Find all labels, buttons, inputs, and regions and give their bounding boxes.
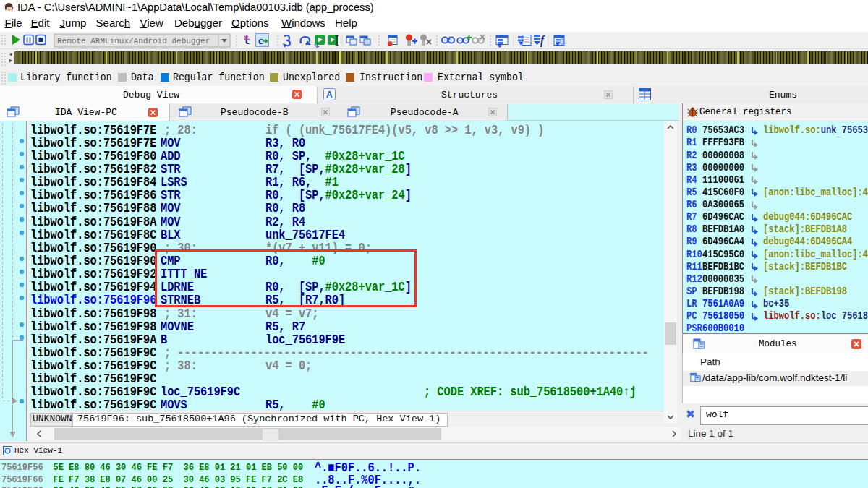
svg-text:A: A xyxy=(326,90,333,100)
svg-text:c: c xyxy=(258,35,263,46)
svg-text:Remote ARMLinux/Android debugg: Remote ARMLinux/Android debugger xyxy=(57,37,210,46)
svg-text:f: f xyxy=(540,34,545,47)
